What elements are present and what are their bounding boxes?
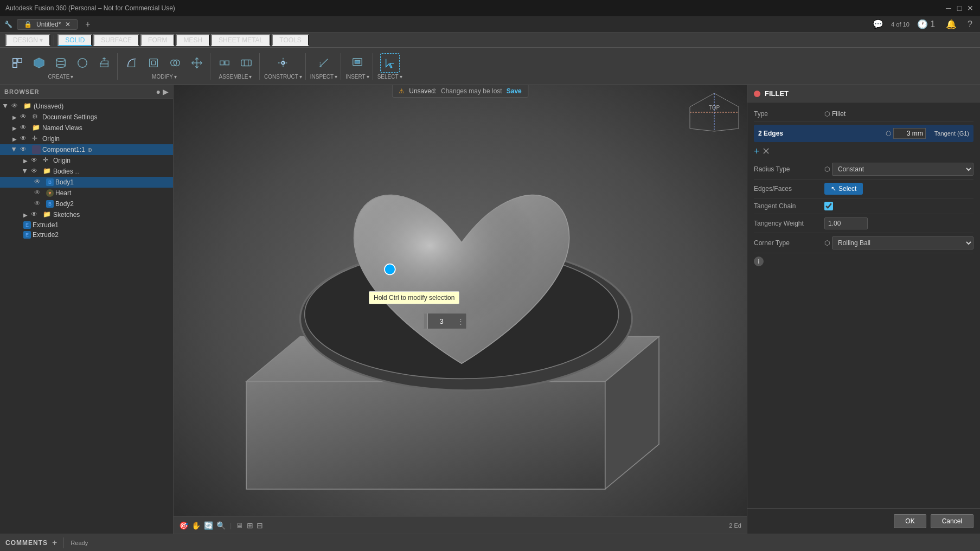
notification-button[interactable]: 🔔 xyxy=(943,18,960,30)
edges-faces-select-button[interactable]: ↖ Select xyxy=(824,183,863,195)
insert-text: INSERT xyxy=(345,74,366,80)
construct-label[interactable]: CONSTRUCT ▾ xyxy=(264,74,302,80)
joint-button[interactable] xyxy=(215,53,234,73)
viewport-toolbar-btn-3[interactable]: 🔄 xyxy=(204,521,213,530)
browser-panel: BROWSER ● ▶ ▶ 👁 📁 (Unsaved) ▶ 👁 ⚙ Docume… xyxy=(0,85,174,534)
tangent-chain-checkbox[interactable] xyxy=(824,202,833,210)
viewport-toolbar-btn-4[interactable]: 🔍 xyxy=(216,521,226,530)
tree-item-heart[interactable]: 👁 ♥ Heart xyxy=(0,188,173,198)
tab-sheet-metal[interactable]: SHEET METAL xyxy=(211,34,271,46)
radius-type-select[interactable]: Constant Variable Chord xyxy=(832,163,973,176)
tree-item-extrude2[interactable]: E Extrude2 xyxy=(0,230,173,240)
tangency-weight-input[interactable] xyxy=(824,217,868,229)
viewport-toolbar-btn-7[interactable]: ⊟ xyxy=(257,521,263,530)
tree-item-origin-comp[interactable]: ▶ 👁 ✛ Origin xyxy=(0,155,173,166)
tab-mesh[interactable]: MESH xyxy=(176,34,210,46)
cylinder-button[interactable] xyxy=(51,53,71,73)
viewport-toolbar-btn-2[interactable]: ✋ xyxy=(191,521,201,530)
modify-label[interactable]: MODIFY ▾ xyxy=(152,74,177,80)
corner-type-select[interactable]: Rolling Ball Setback Blend xyxy=(832,236,973,249)
tab-solid[interactable]: SOLID xyxy=(57,34,92,46)
shell-button[interactable] xyxy=(144,53,163,73)
radius-input[interactable] xyxy=(428,315,455,328)
tree-item-body2[interactable]: 👁 B Body2 xyxy=(0,198,173,209)
tree-item-extrude1[interactable]: E Extrude1 xyxy=(0,220,173,230)
box-button[interactable] xyxy=(29,53,49,73)
help-button[interactable]: ? xyxy=(964,18,976,30)
tree-item-bodies[interactable]: ▶ 👁 📁 Bodies … xyxy=(0,166,173,177)
document-tab[interactable]: 🔒 Untitled* ✕ xyxy=(17,19,78,30)
tree-item-sketches[interactable]: ▶ 👁 📁 Sketches xyxy=(0,209,173,220)
combine-button[interactable] xyxy=(165,53,185,73)
tree-item-body1[interactable]: 👁 B Body1 xyxy=(0,177,173,188)
viewport-toolbar-btn-6[interactable]: ⊞ xyxy=(247,521,253,530)
create-label[interactable]: CREATE ▾ xyxy=(48,74,74,80)
inspect-label[interactable]: INSPECT ▾ xyxy=(310,74,337,80)
construct-icons xyxy=(273,53,293,73)
label-sketches: Sketches xyxy=(53,211,80,219)
browser-tree: ▶ 👁 📁 (Unsaved) ▶ 👁 ⚙ Document Settings … xyxy=(0,99,173,534)
version-count: 4 of 10 xyxy=(891,21,909,28)
tree-arrow-component1: ▶ xyxy=(11,146,18,153)
fillet-remove-button[interactable]: ✕ xyxy=(762,145,770,157)
settings-icon-doc: ⚙ xyxy=(32,113,41,121)
fillet-button[interactable] xyxy=(122,53,142,73)
viewport-toolbar-btn-5[interactable]: 🖥 xyxy=(236,521,244,530)
svg-rect-2 xyxy=(13,63,17,67)
tree-item-named-views[interactable]: ▶ 👁 📁 Named Views xyxy=(0,123,173,133)
navigation-cube[interactable]: TOP xyxy=(687,91,741,134)
input-drag-handle[interactable] xyxy=(424,313,428,329)
insert-button[interactable] xyxy=(348,53,367,73)
browser-expand-button[interactable]: ▶ xyxy=(163,87,169,96)
info-row: i xyxy=(754,253,973,270)
clock-button[interactable]: 🕐 1 xyxy=(914,18,938,30)
add-tab-button[interactable]: + xyxy=(82,18,93,30)
select-label[interactable]: SELECT ▾ xyxy=(377,74,402,80)
chat-button[interactable]: 💬 xyxy=(869,18,887,30)
edge-size-container: ⬡ xyxy=(886,128,926,139)
unsaved-save-button[interactable]: Save xyxy=(507,87,522,95)
tree-arrow-origin-top: ▶ xyxy=(11,135,18,143)
construct-button[interactable] xyxy=(273,53,293,73)
rigid-group-button[interactable] xyxy=(236,53,256,73)
assemble-label[interactable]: ASSEMBLE ▾ xyxy=(219,74,252,80)
design-dropdown[interactable]: DESIGN ▾ xyxy=(5,34,50,46)
insert-label[interactable]: INSERT ▾ xyxy=(345,74,369,80)
tab-tools[interactable]: TOOLS xyxy=(272,34,309,46)
move-button[interactable] xyxy=(187,53,207,73)
measure-button[interactable] xyxy=(314,53,334,73)
fillet-panel: FILLET Type ⬡ Fillet 2 Edges ⬡ xyxy=(747,85,980,534)
sphere-button[interactable] xyxy=(73,53,92,73)
tree-item-doc-settings[interactable]: ▶ 👁 ⚙ Document Settings xyxy=(0,112,173,123)
extrude-button[interactable] xyxy=(94,53,114,73)
close-button[interactable]: ✕ xyxy=(966,4,975,12)
tree-item-origin-top[interactable]: ▶ 👁 ✛ Origin xyxy=(0,133,173,144)
info-icon-button[interactable]: i xyxy=(754,257,764,266)
viewport[interactable]: ⚠ Unsaved: Changes may be lost Save Hold… xyxy=(174,85,747,534)
radius-type-value-container: ⬡ Constant Variable Chord xyxy=(824,163,973,176)
toolbar-group-inspect: INSPECT ▾ xyxy=(307,53,341,80)
tab-form[interactable]: FORM xyxy=(140,34,175,46)
eye-icon-heart: 👁 xyxy=(34,189,43,197)
comments-add-button[interactable]: + xyxy=(52,538,57,548)
radius-type-label: Radius Type xyxy=(754,165,824,173)
tree-item-component1[interactable]: ▶ 👁 Component1:1 ⊕ xyxy=(0,144,173,155)
tree-item-unsaved[interactable]: ▶ 👁 📁 (Unsaved) xyxy=(0,101,173,112)
new-component-button[interactable] xyxy=(8,53,27,73)
fillet-add-button[interactable]: + xyxy=(754,145,760,157)
svg-point-5 xyxy=(56,64,66,67)
toolbar-group-assemble: ASSEMBLE ▾ xyxy=(212,53,260,80)
maximize-button[interactable]: □ xyxy=(955,4,964,12)
fillet-body: Type ⬡ Fillet 2 Edges ⬡ Tangent (G1) xyxy=(747,102,980,508)
select-button[interactable] xyxy=(380,53,400,73)
edge-size-input[interactable] xyxy=(893,128,926,139)
browser-collapse-button[interactable]: ● xyxy=(156,87,161,96)
toolbar-group-select: SELECT ▾ xyxy=(374,53,406,80)
ok-button[interactable]: OK xyxy=(894,514,926,528)
tab-close-icon[interactable]: ✕ xyxy=(65,21,71,28)
tab-surface[interactable]: SURFACE xyxy=(93,34,139,46)
cancel-button[interactable]: Cancel xyxy=(931,514,973,528)
input-more-button[interactable]: ⋮ xyxy=(455,315,466,328)
minimize-button[interactable]: ─ xyxy=(944,4,953,12)
viewport-toolbar-btn-1[interactable]: 🎯 xyxy=(179,521,188,530)
